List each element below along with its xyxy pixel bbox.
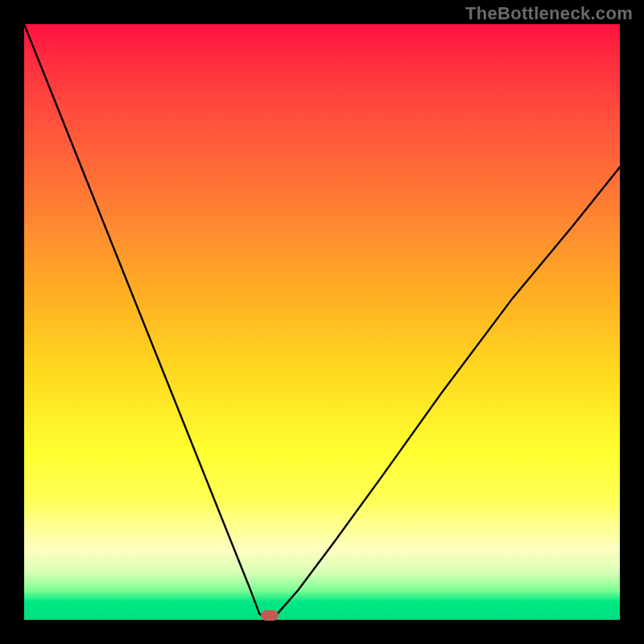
plot-area xyxy=(24,24,620,620)
bottleneck-curve xyxy=(24,24,620,620)
optimum-marker xyxy=(261,610,279,621)
curve-path xyxy=(24,24,620,620)
watermark-text: TheBottleneck.com xyxy=(465,3,633,24)
chart-frame: TheBottleneck.com xyxy=(0,0,644,644)
